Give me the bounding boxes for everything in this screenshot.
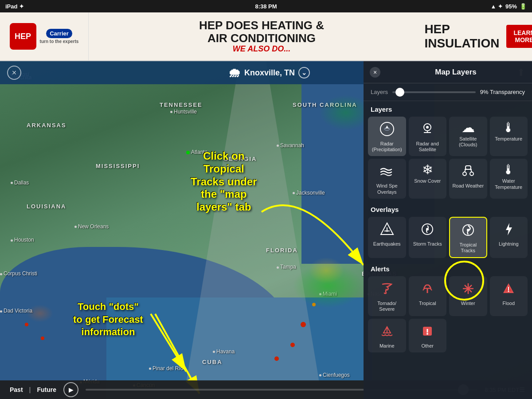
carrier-logo: Carrier turn to the experts (40, 29, 79, 44)
svg-point-19 (426, 228, 429, 231)
overlays-section-header: Overlays (364, 201, 532, 216)
location-chevron[interactable]: ⌄ (298, 67, 310, 78)
tornado-icon (379, 281, 395, 299)
state-label-louisiana: LOUISIANA (27, 203, 66, 210)
state-label-florida: FLORIDA (266, 247, 298, 254)
status-bar: iPad ✦ 8:38 PM ▲ ✦ 95% 🔋 (0, 0, 532, 12)
alert-other[interactable]: Other (409, 319, 447, 352)
radar-satellite-label: Radar andSatellite (416, 141, 439, 153)
alert-tropical[interactable]: Tropical (409, 276, 447, 316)
future-label[interactable]: Future (35, 385, 59, 394)
ad-right: HEP INSULATION LEARN MORE (434, 19, 532, 54)
layer-temperature[interactable]: 🌡 Temperature (490, 117, 528, 156)
overlay-lightning[interactable]: Lightning (490, 217, 528, 258)
svg-rect-9 (466, 166, 471, 169)
map-close-button[interactable]: × (7, 66, 21, 80)
flood-label: Flood (502, 301, 515, 306)
hep-logo: HEP (10, 23, 36, 50)
layer-radar-satellite[interactable]: Radar andSatellite (409, 117, 447, 156)
snow-icon: ❄ (422, 163, 433, 176)
status-bar-time: 8:38 PM (255, 3, 277, 10)
track-dot-3[interactable] (274, 356, 279, 361)
city-cienfuegos: Cienfuegos (319, 372, 350, 378)
slider-thumb[interactable] (395, 88, 404, 97)
radar-icon (379, 121, 395, 139)
tropical-alert-label: Tropical (419, 301, 436, 306)
map-area[interactable]: ARKANSAS TENNESSEE MISSISSIPPI LOUISIANA… (0, 61, 532, 399)
panel-header: × Map Layers (364, 61, 532, 83)
other-icon (419, 323, 435, 341)
track-dot-4[interactable] (312, 303, 316, 306)
city-dallas: Dallas (11, 180, 29, 186)
state-label-tennessee: TENNESSEE (160, 102, 203, 108)
city-tampa: Tampa (277, 264, 296, 270)
layers-section-header: Layers (364, 101, 532, 116)
city-neworleans: New Orleans (74, 223, 109, 230)
layer-satellite[interactable]: ☁ Satellite(Clouds) (449, 117, 487, 156)
road-label: Road Weather (452, 183, 484, 189)
svg-point-28 (467, 287, 469, 290)
city-pinar: Pinar del Río (149, 365, 183, 372)
panel-close-button[interactable]: × (370, 67, 380, 78)
road-icon (460, 163, 476, 181)
city-savannah: Savannah (277, 142, 304, 149)
tropical-tracks-icon (460, 222, 476, 240)
alert-winter[interactable]: Winter (449, 276, 487, 316)
radar-satellite-icon (419, 121, 435, 139)
track-dot-2[interactable] (290, 343, 295, 347)
annotation-touch-dots: Touch "dots"to get Forecastinformation (73, 301, 143, 339)
transparency-slider[interactable] (392, 91, 476, 93)
lightning-label: Lightning (499, 241, 519, 247)
panel-title: Map Layers (386, 68, 526, 77)
track-dot-5[interactable] (25, 323, 28, 326)
winter-label: Winter (461, 301, 475, 306)
layer-snow[interactable]: ❄ Snow Cover (409, 159, 447, 198)
marine-label: Marine (379, 343, 395, 349)
svg-point-8 (426, 126, 429, 129)
wind-label: Wind SpeOverlays (376, 183, 398, 195)
play-button[interactable]: ▶ (63, 382, 78, 397)
earthquakes-icon (379, 221, 395, 239)
learn-more-button[interactable]: LEARN MORE (506, 25, 532, 48)
overlay-tropical-tracks[interactable]: Tropical Tracks (449, 217, 487, 258)
storm-tracks-label: Storm Tracks (413, 241, 442, 247)
ad-left: HEP Carrier turn to the experts (0, 12, 89, 60)
layer-road[interactable]: Road Weather (449, 159, 487, 198)
map-layers-panel: × Map Layers Layers 9% Transparency Laye… (364, 61, 532, 399)
ad-banner: HEP Carrier turn to the experts HEP DOES… (0, 12, 532, 61)
overlays-grid: Earthquakes Storm Tracks Tropical Tracks (364, 216, 532, 261)
svg-point-11 (470, 172, 473, 176)
layer-radar[interactable]: Radar(Precipitation) (368, 117, 406, 156)
overlay-storm-tracks[interactable]: Storm Tracks (409, 217, 447, 258)
radar-patch-2 (309, 257, 344, 284)
tornado-label: Tornado/Severe (377, 301, 396, 312)
alerts-section-header: Alerts (364, 261, 532, 275)
alert-tornado[interactable]: Tornado/Severe (368, 276, 406, 316)
divider: | (27, 385, 34, 394)
status-bar-left: iPad ✦ (5, 3, 24, 10)
layer-wind[interactable]: Wind SpeOverlays (368, 159, 406, 198)
water-temp-label: WaterTemperature (495, 178, 522, 190)
svg-point-10 (463, 172, 466, 176)
alert-marine[interactable]: Marine (368, 319, 406, 352)
satellite-icon: ☁ (462, 121, 475, 134)
past-label[interactable]: Past (7, 385, 26, 394)
layers-grid: Radar(Precipitation) Radar andSatellite … (364, 116, 532, 201)
layer-water-temp[interactable]: 🌡 WaterTemperature (490, 159, 528, 198)
track-dot-6[interactable] (41, 336, 44, 340)
state-label-arkansas: ARKANSAS (27, 122, 66, 129)
battery-level: 95% (505, 3, 517, 10)
winter-icon (460, 281, 476, 299)
weather-icon: 🌧 (228, 66, 241, 80)
status-icons: ▲ ✦ (490, 3, 502, 10)
overlay-earthquakes[interactable]: Earthquakes (368, 217, 406, 258)
annotation-click-tropical: Click onTropicalTracks underthe "maplaye… (191, 150, 257, 214)
svg-point-3 (380, 122, 394, 136)
alert-flood[interactable]: Flood (490, 276, 528, 316)
storm-tracks-icon (419, 221, 435, 239)
city-houston: Houston (11, 237, 34, 243)
snow-label: Snow Cover (414, 178, 441, 184)
satellite-label: Satellite(Clouds) (459, 136, 477, 148)
track-dot-1[interactable] (301, 322, 306, 327)
tropical-alert-icon (419, 281, 435, 299)
